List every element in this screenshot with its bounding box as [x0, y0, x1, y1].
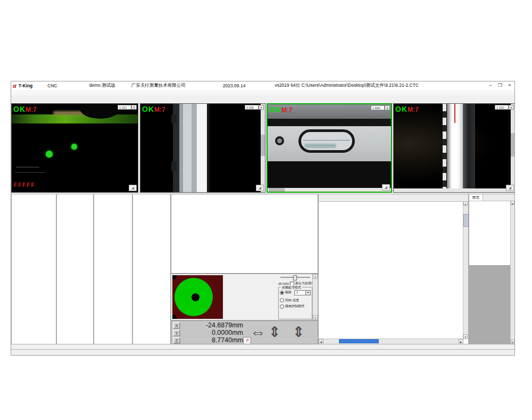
scroll-down-icon[interactable]: ▼	[511, 340, 514, 344]
scrollbar-thumb[interactable]	[261, 135, 265, 156]
adsorb-radio[interactable]	[280, 291, 284, 295]
range-value: 1-212	[495, 105, 509, 110]
minimize-button[interactable]: –	[486, 82, 495, 89]
scrollbar-thumb[interactable]	[511, 133, 515, 157]
lower-workspace: 25.00% 默认当前模式 光圈处理模式 吸附 1▾	[11, 194, 514, 344]
status-ok-text: OK	[269, 105, 281, 114]
scroll-right-icon[interactable]: ▶	[459, 339, 463, 343]
camera1-streak	[16, 167, 39, 168]
ring-light-corner-dot[interactable]	[172, 275, 177, 279]
z-coordinate-value: 8.7740mm	[180, 336, 243, 344]
measurement-list-3	[94, 194, 132, 344]
camera3-hscrollbar[interactable]	[268, 188, 391, 192]
jog-z-arrows-icon[interactable]: ⇕	[293, 324, 305, 340]
title-bar: α T-King CNC demo 测试版 广东天行测量技术有限公司 2023.…	[11, 81, 514, 90]
options-scrollbar[interactable]: ∧ ∨	[312, 274, 318, 320]
scroll-up-icon[interactable]: ▲	[511, 201, 514, 205]
adsorb-label: 吸附	[285, 290, 292, 295]
jog-vertical-arrows-icon[interactable]: ⇕	[269, 324, 281, 340]
camera4-scrollbar[interactable]	[511, 104, 515, 192]
camera3-slot-feature	[298, 129, 355, 153]
diagonal-move-button[interactable]: ↗	[243, 337, 251, 344]
camera2-status-label: OKM:7	[142, 104, 165, 114]
scroll-up-icon[interactable]: ▲	[463, 201, 468, 206]
results-table-panel: ▲ ▼ ◀ ▶	[318, 194, 469, 344]
title-date: 2023.09.14	[223, 83, 246, 88]
direction-radio[interactable]	[280, 298, 284, 302]
measurement-list-2	[56, 194, 94, 344]
slider-thumb[interactable]	[293, 275, 297, 281]
status-bar	[11, 349, 514, 356]
scrollbar-thumb[interactable]	[269, 188, 285, 192]
secondary-status-strip	[11, 344, 318, 349]
camera-view-1[interactable]: OKM:7 1-212▾ FFFFF ◢	[11, 103, 138, 193]
chevron-down-icon[interactable]: ▾	[305, 291, 310, 295]
file-path: vs2019 64位 C:\Users\Administrator\Deskto…	[275, 83, 486, 89]
ring-light-widget[interactable]	[172, 275, 223, 319]
chevron-down-icon[interactable]: ▾	[259, 105, 264, 110]
ring-light-corner-dot[interactable]	[172, 315, 177, 319]
element-tab-bar: 图元	[469, 194, 515, 201]
range-value: 1-232	[245, 105, 259, 110]
camera4-range-dropdown[interactable]: 1-212▾	[495, 105, 514, 110]
app-subtitle: CNC	[47, 83, 57, 88]
status-ok-text: OK	[142, 105, 154, 113]
results-vscrollbar[interactable]: ▲ ▼	[463, 201, 468, 339]
adsorb-select-value: 1	[295, 291, 305, 295]
light-options-panel: 25.00% 默认当前模式 光圈处理模式 吸附 1▾	[277, 274, 318, 320]
camera4-hscrollbar[interactable]	[394, 188, 511, 192]
y-coordinate-value: 0.0000mm	[180, 329, 243, 336]
x-coordinate-value: -24.6879mm	[180, 322, 243, 329]
scroll-down-icon[interactable]: ▼	[463, 334, 468, 339]
camera3-hole-feature	[275, 136, 284, 145]
camera1-range-dropdown[interactable]: 1-212▾	[118, 105, 137, 110]
maximize-button[interactable]: ❐	[495, 82, 505, 89]
camera3-range-dropdown[interactable]: 1-63A▾	[371, 105, 390, 110]
camera-view-4[interactable]: OKM:7 1-212▾ ◢	[393, 103, 515, 193]
camera4-red-marker	[454, 104, 455, 123]
camera3-resize-grip[interactable]: ◢	[382, 184, 390, 191]
camera2-rod-image	[140, 104, 265, 192]
camera-view-2[interactable]: OKM:7 1-232▾ ◢	[140, 103, 265, 193]
app-window: α T-King CNC demo 测试版 广东天行测量技术有限公司 2023.…	[11, 81, 515, 356]
range-value: 1-63A	[371, 105, 385, 110]
adsorb-select[interactable]: 1▾	[294, 290, 311, 295]
camera2-scrollbar[interactable]	[261, 104, 265, 192]
status-m-text: M:7	[154, 106, 165, 113]
chevron-down-icon[interactable]: ▾	[385, 105, 390, 110]
camera2-resize-grip[interactable]: ◢	[256, 185, 264, 191]
jog-horizontal-arrows-icon[interactable]: ⇔	[250, 325, 266, 339]
y-axis-icon: Y	[173, 330, 180, 336]
tab-element[interactable]: 图元	[469, 194, 483, 201]
camera2-notch	[171, 114, 177, 123]
scroll-left-icon[interactable]: ◀	[319, 339, 323, 343]
camera4-resize-grip[interactable]: ◢	[506, 185, 514, 191]
results-hscrollbar[interactable]: ◀ ▶	[319, 339, 463, 344]
chevron-down-icon[interactable]: ▾	[509, 105, 514, 110]
scroll-up-icon[interactable]: ∧	[313, 274, 318, 279]
scrollbar-thumb[interactable]	[339, 339, 379, 343]
window-controls: – ❐ ×	[486, 82, 514, 89]
element-panel-empty-area	[469, 265, 511, 344]
color-mode-radio[interactable]	[280, 304, 284, 309]
camera4-dark-rod	[463, 104, 475, 192]
ring-light-center[interactable]	[192, 293, 200, 301]
camera1-resize-grip[interactable]: ◢	[129, 185, 137, 191]
gain-slider[interactable]	[280, 277, 310, 278]
camera1-streak	[15, 172, 46, 173]
close-button[interactable]: ×	[505, 82, 514, 89]
scrollbar-thumb[interactable]	[463, 214, 469, 227]
chevron-down-icon[interactable]: ▾	[131, 105, 137, 110]
measurement-list-4	[132, 194, 171, 344]
status-ok-text: OK	[395, 105, 408, 113]
camera1-overlay-text: FFFFF	[14, 182, 36, 188]
results-tab-bar	[319, 194, 468, 202]
camera2-range-dropdown[interactable]: 1-232▾	[245, 105, 264, 110]
company-name: 广东天行测量技术有限公司	[131, 83, 186, 89]
scroll-down-icon[interactable]: ∨	[313, 315, 318, 320]
element-scrollbar[interactable]: ▲ ▼	[510, 201, 515, 344]
toolbar	[11, 95, 514, 104]
camera-view-3-selected[interactable]: OKM:7 1-63A▾ ◢	[267, 103, 392, 193]
range-value: 1-212	[118, 105, 131, 110]
light-control-panel: 25.00% 默认当前模式 光圈处理模式 吸附 1▾	[171, 274, 318, 320]
